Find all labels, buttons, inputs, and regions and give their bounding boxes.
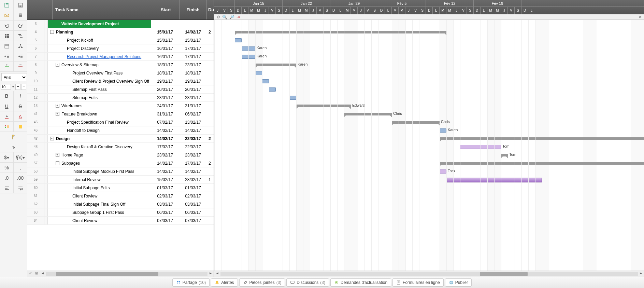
row-number[interactable]: 46 (27, 126, 44, 134)
table-row[interactable]: 41+Feature Breakdown31/01/1706/02/17 (27, 110, 214, 118)
finish-cell[interactable] (179, 20, 207, 28)
row-number[interactable]: 59 (27, 176, 44, 183)
duration-cell[interactable] (207, 110, 214, 118)
gantt-body[interactable]: KarenKarenKarenEdwardChrisChrisKarenTomT… (214, 20, 644, 271)
row-number[interactable]: 11 (27, 85, 44, 93)
task-cell[interactable]: Initial Subpage Edits (48, 184, 151, 192)
finish-cell[interactable]: 18/01/17 (179, 69, 207, 77)
format-painter-icon[interactable] (0, 132, 27, 142)
row-number[interactable]: 48 (27, 143, 44, 151)
row-number[interactable]: 49 (27, 151, 44, 159)
finish-cell[interactable]: 23/01/17 (179, 61, 207, 69)
indent-icon[interactable] (14, 51, 27, 61)
finish-cell[interactable]: 15/01/17 (179, 36, 207, 44)
finish-cell[interactable]: 17/03/17 (179, 159, 207, 167)
finish-cell[interactable]: 19/01/17 (179, 77, 207, 85)
row-number[interactable]: 60 (27, 184, 44, 192)
start-cell[interactable]: 06/03/17 (151, 208, 179, 216)
finish-cell[interactable]: 06/02/17 (179, 110, 207, 118)
save-as-icon[interactable] (14, 0, 27, 10)
gantt-bar[interactable] (440, 128, 446, 133)
row-number[interactable]: 3 (27, 20, 44, 28)
task-cell[interactable]: -Planning (48, 28, 151, 36)
scroll-right-icon[interactable]: ► (207, 271, 214, 277)
table-row[interactable]: 61Client Review02/03/1702/03/17 (27, 192, 214, 200)
task-cell[interactable]: Client Review & Project Overview Sign Of… (48, 77, 151, 85)
expand-toggle[interactable]: - (56, 161, 59, 165)
discussions-button[interactable]: Discussions (3) (286, 278, 329, 287)
task-cell[interactable]: Design Kickoff & Creative Discovery (48, 143, 151, 151)
underline-icon[interactable]: U (0, 101, 14, 111)
task-cell[interactable]: Client Review (48, 217, 151, 224)
wrap-text-icon[interactable] (14, 183, 27, 193)
grid-view-icon[interactable] (0, 31, 14, 41)
finish-cell[interactable]: 17/01/17 (179, 44, 207, 52)
gantt-h-scrollbar[interactable] (220, 272, 638, 276)
duration-cell[interactable] (207, 61, 214, 69)
calendar-icon[interactable] (0, 41, 14, 51)
task-cell[interactable]: Research Project Management Solutions (48, 53, 151, 60)
delete-row-icon[interactable] (14, 61, 27, 71)
duration-cell[interactable] (207, 143, 214, 151)
start-cell[interactable]: 02/03/17 (151, 192, 179, 200)
duration-cell[interactable] (207, 94, 214, 101)
finish-cell[interactable]: 23/02/17 (179, 151, 207, 159)
row-number[interactable]: 64 (27, 217, 44, 224)
duration-cell[interactable] (207, 69, 214, 77)
task-cell[interactable]: -Subpages (48, 159, 151, 167)
hierarchy-icon[interactable] (14, 41, 27, 51)
start-cell[interactable]: 20/01/17 (151, 85, 179, 93)
start-cell[interactable]: 15/01/17 (151, 28, 179, 36)
task-cell[interactable]: Project Discovery (48, 44, 151, 52)
gantt-bar[interactable] (235, 38, 242, 42)
close-gantt-icon[interactable]: ✕ (639, 15, 642, 19)
finish-cell[interactable]: 23/01/17 (179, 94, 207, 101)
undo-icon[interactable] (0, 20, 14, 30)
table-row[interactable]: 49+Home Page23/02/1723/02/17 (27, 151, 214, 159)
zoom-in-icon[interactable]: 🔎 (229, 15, 234, 19)
expand-toggle[interactable]: - (50, 30, 54, 34)
start-cell[interactable]: 16/01/17 (151, 53, 179, 60)
task-cell[interactable]: -Overview & Sitemap (48, 61, 151, 69)
task-cell[interactable]: Project Overview First Pass (48, 69, 151, 77)
row-number[interactable]: 13 (27, 102, 44, 110)
font-select[interactable]: Arial (1, 73, 27, 81)
highlight-icon[interactable] (14, 122, 27, 132)
publish-button[interactable]: Publier (445, 278, 472, 287)
row-number[interactable]: 10 (27, 77, 44, 85)
row-number[interactable]: 4 (27, 28, 44, 36)
start-cell[interactable]: 17/02/17 (151, 143, 179, 151)
row-number[interactable]: 7 (27, 53, 44, 60)
save-icon[interactable] (0, 0, 14, 10)
mail-icon[interactable] (0, 10, 14, 20)
gantt-bar[interactable] (235, 31, 446, 33)
start-cell[interactable]: 15/01/17 (151, 36, 179, 44)
increase-decimal-icon[interactable]: .00 (14, 173, 27, 183)
gantt-bar[interactable] (269, 87, 276, 92)
expand-toggle[interactable]: + (56, 112, 59, 116)
task-cell[interactable]: +Wireframes (48, 102, 151, 110)
duration-cell[interactable] (207, 85, 214, 93)
duration-cell[interactable] (207, 77, 214, 85)
row-number[interactable]: 47 (27, 135, 44, 142)
start-cell[interactable]: 31/01/17 (151, 110, 179, 118)
row-number[interactable]: 5 (27, 36, 44, 44)
start-cell[interactable]: 19/01/17 (151, 77, 179, 85)
h-scrollbar[interactable] (46, 272, 207, 276)
insert-row-icon[interactable] (0, 61, 14, 71)
task-cell[interactable]: Website Development Project (48, 20, 151, 28)
text-color-icon[interactable]: A (14, 111, 27, 121)
task-cell[interactable]: Project Kickoff (48, 36, 151, 44)
start-cell[interactable]: 14/02/17 (151, 159, 179, 167)
row-number[interactable]: 63 (27, 208, 44, 216)
scroll-left-icon[interactable]: ◄ (40, 271, 46, 277)
row-number[interactable]: 9 (27, 69, 44, 77)
start-cell[interactable]: 03/03/17 (151, 200, 179, 208)
currency-icon[interactable]: $▾ (0, 152, 14, 162)
expand-toggle[interactable]: + (56, 153, 59, 157)
table-row[interactable]: 10Client Review & Project Overview Sign … (27, 77, 214, 85)
duration-cell[interactable] (207, 200, 214, 208)
gantt-bar[interactable] (255, 71, 262, 75)
size-minus-icon[interactable]: − (21, 84, 26, 90)
table-row[interactable]: 11Sitemap First Pass20/01/1720/01/17 (27, 85, 214, 94)
